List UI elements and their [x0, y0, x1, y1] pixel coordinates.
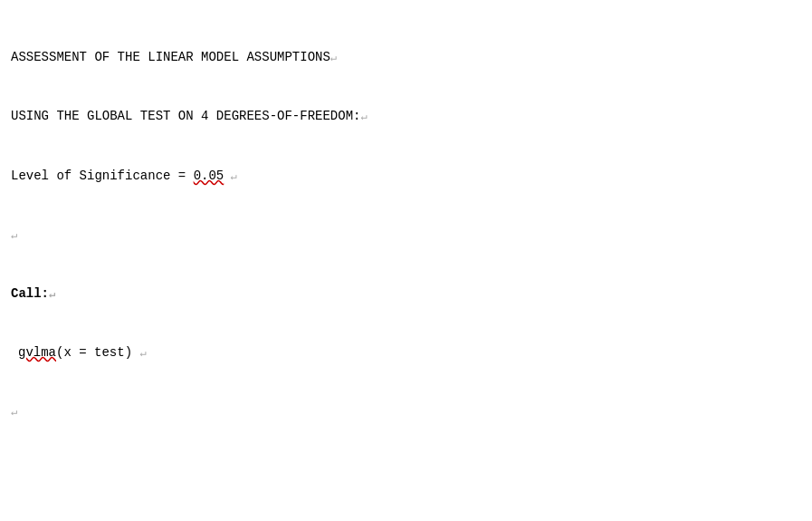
line-4: ↵	[11, 226, 801, 246]
pilcrow-6: ↵	[139, 347, 146, 360]
significance-value: 0.05	[194, 169, 224, 183]
gvlma-args: (x = test)	[56, 345, 139, 360]
line1-text: ASSESSMENT OF THE LINEAR MODEL ASSUMPTIO…	[11, 50, 330, 64]
pilcrow-5: ↵	[49, 288, 55, 301]
pilcrow-1: ↵	[330, 52, 337, 64]
line2-text: USING THE GLOBAL TEST ON 4 DEGREES-OF-FR…	[11, 109, 360, 123]
line3-label: Level of Significance =	[11, 169, 194, 183]
results-table: Value p-value Decision↵ Global Stat 61.1…	[11, 485, 801, 522]
output-area: ASSESSMENT OF THE LINEAR MODEL ASSUMPTIO…	[11, 9, 801, 521]
pilcrow-3: ↵	[224, 170, 236, 183]
line-blank: ↵	[11, 402, 801, 422]
line-gvlma: gvlma(x = test) ↵	[11, 343, 801, 363]
pilcrow-2: ↵	[360, 111, 367, 123]
line-1: ASSESSMENT OF THE LINEAR MODEL ASSUMPTIO…	[11, 48, 801, 68]
line-2: USING THE GLOBAL TEST ON 4 DEGREES-OF-FR…	[11, 107, 801, 127]
pilcrow-4: ↵	[11, 229, 17, 242]
gvlma-text: gvlma	[18, 345, 56, 360]
pilcrow-blank: ↵	[11, 406, 17, 419]
line-3: Level of Significance = 0.05 ↵	[11, 167, 801, 187]
call-label: Call:	[11, 286, 49, 301]
line-call: Call:↵	[11, 285, 801, 304]
